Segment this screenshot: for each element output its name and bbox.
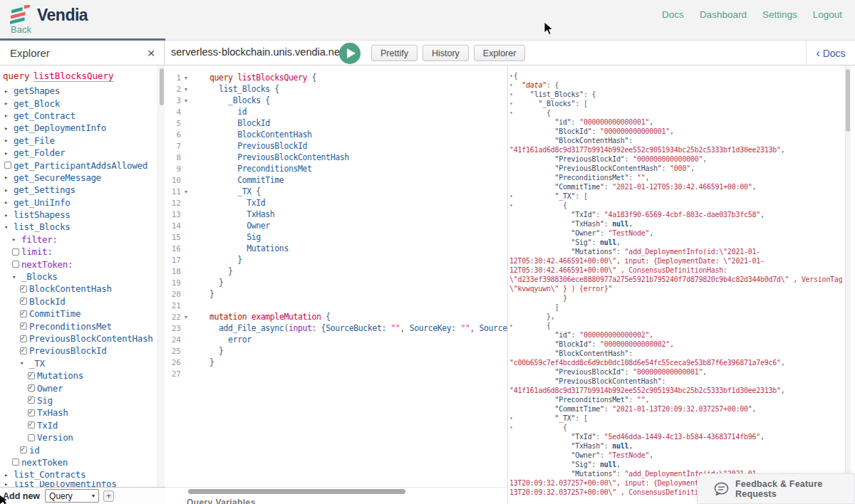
operation-name-input[interactable]: listBlocksQuery: [33, 70, 114, 81]
explorer-item-limit[interactable]: limit:: [0, 246, 164, 258]
caret-right-icon[interactable]: ▸: [4, 481, 8, 487]
vendia-logo[interactable]: Vendia: [10, 5, 88, 25]
explorer-button[interactable]: Explorer: [474, 45, 526, 61]
fold-toggle-icon[interactable]: ▾: [509, 414, 513, 423]
explorer-item--blocks[interactable]: ▾_Blocks: [0, 271, 164, 283]
fold-toggle-icon[interactable]: ▾: [509, 71, 513, 80]
caret-right-icon[interactable]: ▸: [12, 236, 16, 243]
fold-toggle-icon[interactable]: ▾: [509, 108, 513, 117]
explorer-item-version[interactable]: Version: [0, 431, 164, 443]
caret-right-icon[interactable]: ▸: [4, 112, 8, 119]
explorer-item-get-contract[interactable]: ▸get_Contract: [0, 110, 164, 122]
checkbox-icon[interactable]: [12, 458, 19, 466]
execute-query-button[interactable]: [339, 43, 361, 64]
fold-toggle-icon[interactable]: ▾: [181, 86, 191, 93]
explorer-item-preconditionsmet[interactable]: PreconditionsMet: [0, 320, 164, 332]
explorer-item-get-participantaddsallowed[interactable]: get_ParticipantAddsAllowed: [0, 159, 164, 171]
explorer-item-get-uniinfo[interactable]: ▸get_UniInfo: [0, 196, 164, 209]
checkbox-checked-icon[interactable]: [28, 397, 35, 404]
caret-right-icon[interactable]: ▸: [4, 149, 8, 157]
explorer-item-list-contracts[interactable]: ▸list_Contracts: [0, 468, 164, 481]
fold-toggle-icon[interactable]: ▾: [509, 90, 513, 99]
explorer-item-filter[interactable]: ▸filter:: [0, 233, 164, 246]
checkbox-icon[interactable]: [12, 261, 19, 268]
add-new-button[interactable]: +: [103, 490, 114, 502]
caret-right-icon[interactable]: ▸: [4, 471, 8, 478]
sidebar-scrollbar-track[interactable]: [157, 65, 165, 487]
nav-link-logout[interactable]: Logout: [813, 9, 842, 20]
explorer-item-get-settings[interactable]: ▸get_Settings: [0, 184, 164, 196]
fold-toggle-icon[interactable]: ▾: [509, 321, 513, 330]
fold-toggle-icon[interactable]: ▾: [509, 191, 513, 201]
checkbox-checked-icon[interactable]: [20, 347, 27, 355]
history-button[interactable]: History: [423, 45, 469, 61]
fold-toggle-icon[interactable]: ▾: [181, 314, 191, 320]
nav-link-settings[interactable]: Settings: [762, 9, 797, 20]
caret-right-icon[interactable]: ▸: [4, 137, 8, 144]
explorer-item-listshapess[interactable]: ▸listShapess: [0, 209, 164, 221]
fold-toggle-icon[interactable]: ▾: [181, 75, 191, 81]
explorer-item-owner[interactable]: Owner: [0, 382, 164, 394]
checkbox-checked-icon[interactable]: [20, 335, 27, 342]
explorer-item-previousblockcontenthash[interactable]: PreviousBlockContentHash: [0, 332, 164, 345]
checkbox-checked-icon[interactable]: [20, 285, 27, 293]
sidebar-scrollbar-thumb[interactable]: [160, 68, 164, 105]
explorer-item-txid[interactable]: TxId: [0, 419, 164, 431]
fold-toggle-icon[interactable]: ▾: [181, 189, 191, 195]
explorer-item-list-deploymentinfos[interactable]: ▸list_DeploymentInfos: [0, 481, 164, 487]
fold-toggle-icon[interactable]: ▾: [509, 423, 513, 432]
explorer-item-nexttoken[interactable]: nextToken: [0, 456, 164, 468]
explorer-item--tx[interactable]: ▾_TX: [0, 357, 164, 369]
explorer-item-blockid[interactable]: BlockId: [0, 295, 164, 308]
editor-code[interactable]: query listBlocksQuery { list_Blocks { _B…: [209, 72, 507, 379]
add-new-type-select[interactable]: Query ▾: [45, 489, 99, 503]
caret-down-icon[interactable]: ▾: [12, 273, 16, 280]
caret-right-icon[interactable]: ▸: [4, 125, 8, 132]
explorer-item-committime[interactable]: CommitTime: [0, 308, 164, 320]
checkbox-checked-icon[interactable]: [28, 384, 35, 392]
checkbox-checked-icon[interactable]: [20, 298, 27, 305]
nav-link-dashboard[interactable]: Dashboard: [700, 9, 747, 20]
caret-down-icon[interactable]: ▾: [20, 359, 24, 367]
explorer-item-get-folder[interactable]: ▸get_Folder: [0, 147, 164, 159]
explorer-item-nexttoken[interactable]: nextToken:: [0, 258, 164, 270]
response-viewer[interactable]: ▾ {▾ "data": {▾ "list_Blocks": {▾ "_Bloc…: [507, 65, 844, 504]
checkbox-icon[interactable]: [28, 434, 35, 441]
explorer-item-previousblockid[interactable]: PreviousBlockId: [0, 345, 164, 357]
query-variables-label[interactable]: Query Variables: [187, 498, 256, 504]
checkbox-icon[interactable]: [12, 248, 19, 256]
fold-toggle-icon[interactable]: ▾: [181, 98, 191, 104]
fold-toggle-icon[interactable]: ▾: [509, 201, 513, 210]
caret-right-icon[interactable]: ▸: [4, 199, 8, 206]
nav-link-docs[interactable]: Docs: [662, 9, 684, 20]
back-link[interactable]: Back: [11, 24, 31, 35]
checkbox-checked-icon[interactable]: [28, 372, 35, 379]
checkbox-checked-icon[interactable]: [20, 322, 27, 330]
explorer-item-mutations[interactable]: Mutations: [0, 369, 164, 382]
operation-name-row[interactable]: querylistBlocksQuery: [0, 65, 164, 85]
caret-down-icon[interactable]: ▾: [4, 224, 8, 231]
explorer-item-txhash[interactable]: TxHash: [0, 406, 164, 419]
editor-hscrollbar-thumb[interactable]: [188, 489, 405, 494]
explorer-item-getshapes[interactable]: ▸getShapes: [0, 85, 164, 97]
checkbox-checked-icon[interactable]: [28, 421, 35, 429]
explorer-item-id[interactable]: id: [0, 443, 164, 456]
fold-toggle-icon[interactable]: ▾: [509, 80, 513, 90]
fold-toggle-icon[interactable]: ▾: [509, 99, 513, 108]
explorer-item-get-deploymentinfo[interactable]: ▸get_DeploymentInfo: [0, 122, 164, 134]
explorer-item-sig[interactable]: Sig: [0, 394, 164, 406]
checkbox-checked-icon[interactable]: [28, 409, 35, 416]
explorer-item-list-blocks[interactable]: ▾list_Blocks: [0, 221, 164, 233]
caret-right-icon[interactable]: ▸: [4, 88, 8, 95]
explorer-item-blockcontenthash[interactable]: BlockContentHash: [0, 283, 164, 295]
checkbox-icon[interactable]: [4, 162, 11, 169]
prettify-button[interactable]: Prettify: [371, 45, 418, 61]
caret-right-icon[interactable]: ▸: [4, 211, 8, 219]
feedback-widget[interactable]: Feedback & Feature Requests: [697, 473, 855, 504]
explorer-item-get-block[interactable]: ▸get_Block: [0, 97, 164, 109]
checkbox-checked-icon[interactable]: [20, 310, 27, 317]
response-scrollbar-thumb[interactable]: [846, 69, 850, 132]
caret-right-icon[interactable]: ▸: [4, 100, 8, 107]
explorer-item-get-file[interactable]: ▸get_File: [0, 135, 164, 147]
caret-right-icon[interactable]: ▸: [4, 174, 8, 181]
